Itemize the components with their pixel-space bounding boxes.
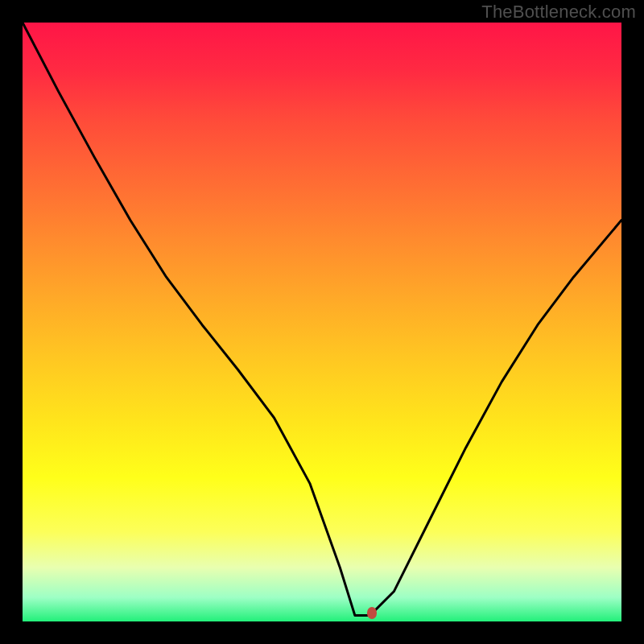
watermark-text: TheBottleneck.com — [481, 2, 636, 23]
bottleneck-curve — [23, 23, 621, 621]
chart-frame: TheBottleneck.com — [0, 0, 644, 644]
optimal-point-marker — [367, 607, 377, 619]
